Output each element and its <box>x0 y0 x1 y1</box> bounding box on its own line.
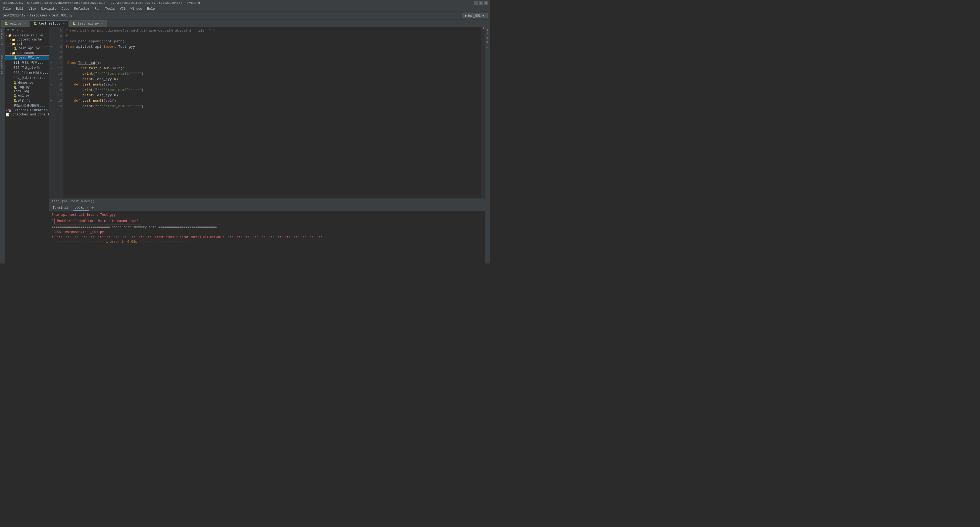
menu-refactor[interactable]: Refactor <box>72 6 92 11</box>
terminal-local-tab[interactable]: Local ✕ <box>73 205 89 211</box>
tab-close-os1[interactable]: ✕ <box>24 22 26 25</box>
tree-dumps[interactable]: 🐍 dumps.py <box>5 81 49 85</box>
tree-list[interactable]: 🐍 列表.py <box>5 98 49 103</box>
menu-run[interactable]: Run <box>92 6 103 11</box>
breadcrumb-sep1: › <box>27 14 28 17</box>
test-api-icon: 🐍 <box>14 47 18 51</box>
tab-testapi[interactable]: 🐍 test_api.py ✕ <box>69 20 107 27</box>
error-indicator <box>483 27 484 29</box>
menu-bar: File Edit View Navigate Code Refactor Ru… <box>0 6 490 12</box>
fold-marker-11[interactable]: ▼ <box>50 67 52 70</box>
tab-test001[interactable]: 🐍 test_001.py ✕ <box>30 20 68 27</box>
terminal-line-5: !!!!!!!!!!!!!!!!!!!!!!!!!!!!!!!!!!!!!!!!… <box>51 235 483 240</box>
code-line-16: print("*****test_num02*****") <box>65 87 479 93</box>
menu-navigate[interactable]: Navigate <box>39 6 59 11</box>
menu-vcs[interactable]: VCS <box>118 6 128 11</box>
code-line-8: from api.test_api import Test_gyy <box>65 44 479 50</box>
tree-003[interactable]: 003_filter过滤方... <box>5 70 49 76</box>
tree-api[interactable]: ▾ 📁 api <box>5 42 49 46</box>
menu-edit[interactable]: Edit <box>14 6 26 11</box>
minimize-button[interactable]: ─ <box>474 1 478 5</box>
menu-file[interactable]: File <box>1 6 13 11</box>
terminal-line-2: E ModuleNotFoundError: No module named '… <box>51 218 483 224</box>
dumps-icon: 🐍 <box>13 81 17 85</box>
fold-marker-class[interactable]: ▼ <box>50 62 52 65</box>
project-panel: ⟳ ⚙ ▾ ⋮ ▾ 📁 test20220417 C:\U... ▸ 📁 .py… <box>5 27 49 264</box>
tree-root[interactable]: ▾ 📁 test20220417 C:\U... <box>5 33 49 38</box>
tab-label-testapi: test_api.py <box>78 22 99 25</box>
terminal-error-box: ModuleNotFoundError: No module named 'ap… <box>54 218 141 224</box>
right-side-panel: Z: Structure <box>485 27 490 264</box>
tree-testcases[interactable]: ▾ 📁 testcases <box>5 51 49 55</box>
tree-001[interactable]: 001_复制、去重... <box>5 60 49 65</box>
project-tool-more[interactable]: ⋮ <box>21 28 25 32</box>
tab-os1[interactable]: 🐍 os1.py ✕ <box>1 20 29 27</box>
breadcrumb: test20220417 › testcases › test_001.py <box>2 14 73 17</box>
right-gutter <box>481 27 485 198</box>
tab-close-test001[interactable]: ✕ <box>63 22 65 25</box>
menu-window[interactable]: Window <box>129 6 144 11</box>
menu-tools[interactable]: Tools <box>103 6 117 11</box>
code-line-11: class Test_jxd(): <box>65 60 479 66</box>
project-tool-sync[interactable]: ⟳ <box>6 28 10 32</box>
terminal-label: Terminal: <box>51 205 71 210</box>
code-content[interactable]: # root_path=os.path.dirname(os.path.dirn… <box>64 27 481 198</box>
favorites-label[interactable]: 2: Favorites <box>1 54 4 74</box>
terminal-line-1: from api.test_api import Test_gyy <box>51 213 483 217</box>
fold-gutter: ▼ ▼ ▼ ▼ ▼ <box>49 27 53 198</box>
run-config-button[interactable]: ▶ test_001 ▼ <box>462 13 488 18</box>
breadcrumb-folder[interactable]: testcases <box>30 14 47 17</box>
editor-area: ▼ ▼ ▼ ▼ ▼ <box>49 27 485 264</box>
terminal-interrupted-line: !!!!!!!!!!!!!!!!!!!!!!!!!!!!!!!!!!!!!!!!… <box>51 235 322 239</box>
code-line-15: def test_num02(self): <box>65 82 479 87</box>
fold-marker-8[interactable]: ▼ <box>50 46 52 49</box>
breadcrumb-file[interactable]: test_001.py <box>51 14 73 17</box>
log-icon: 🐍 <box>13 86 17 89</box>
code-line-9 <box>65 50 479 55</box>
root-label: test20220417 C:\U... <box>13 34 48 37</box>
tree-log1[interactable]: log1.log <box>5 89 49 94</box>
project-panel-label[interactable]: 1: Project <box>1 29 4 45</box>
code-line-12: def test_num01(self): <box>65 66 479 71</box>
tree-002[interactable]: 002_字典get方法 <box>5 65 49 70</box>
project-tool-collapse[interactable]: ▾ <box>16 28 20 32</box>
title-bar-controls: ─ □ ✕ <box>474 1 488 5</box>
close-button[interactable]: ✕ <box>484 1 488 5</box>
tree-os1[interactable]: 🐍 os1.py <box>5 94 49 98</box>
terminal-line-4: ERROR testcases/test_001.py <box>51 230 483 235</box>
breadcrumb-arrow: › <box>68 200 70 203</box>
maximize-button[interactable]: □ <box>479 1 483 5</box>
tree-external[interactable]: ▸ 📚 External Libraries <box>5 108 49 113</box>
tab-label-test001: test_001.py <box>39 22 60 25</box>
tree-scratches[interactable]: 📝 Scratches and Cons 17 <box>5 113 49 117</box>
menu-code[interactable]: Code <box>59 6 72 11</box>
tree-log[interactable]: 🐍 log.py <box>5 85 49 89</box>
fold-marker-14[interactable]: ▼ <box>50 83 52 86</box>
terminal-content: from api.test_api import Test_gyy E Modu… <box>49 211 485 264</box>
breadcrumb-method: test_num01() <box>71 200 94 203</box>
list-label: 列表.py <box>18 98 30 103</box>
dumps-label: dumps.py <box>18 81 34 85</box>
menu-help[interactable]: Help <box>145 6 157 11</box>
tab-close-testapi[interactable]: ✕ <box>102 22 103 25</box>
api-folder-icon: 📁 <box>12 42 16 46</box>
tree-test-001[interactable]: 🐍 test_001.py <box>5 55 49 60</box>
scratches-label: Scratches and Cons 17 <box>11 113 49 116</box>
fold-marker-17[interactable]: ▼ <box>50 100 52 103</box>
terminal-tabs: Terminal: Local ✕ + <box>49 205 485 211</box>
004-label: 004_字典items,k... <box>13 76 47 80</box>
breadcrumb-project[interactable]: test20220417 <box>2 14 25 17</box>
scratches-icon: 📝 <box>6 113 10 116</box>
tree-004[interactable]: 004_字典items,k... <box>5 76 49 81</box>
tree-init[interactable]: 初始化类并调用方... <box>5 103 49 108</box>
terminal-add-button[interactable]: + <box>91 205 94 210</box>
tree-pytest-cache[interactable]: ▸ 📁 .pytest_cache <box>5 38 49 42</box>
tree-test-api[interactable]: 🐍 test_api.py <box>5 46 49 51</box>
code-line-5: # root_path=os.path.dirname(os.path.dirn… <box>65 28 479 33</box>
menu-view[interactable]: View <box>27 6 38 11</box>
external-arrow: ▸ <box>6 109 8 112</box>
external-label: External Libraries <box>13 108 48 112</box>
code-line-13: print("*****test_num01*****") <box>65 71 479 76</box>
project-tool-settings[interactable]: ⚙ <box>11 28 15 32</box>
structure-label[interactable]: Z: Structure <box>486 29 489 49</box>
